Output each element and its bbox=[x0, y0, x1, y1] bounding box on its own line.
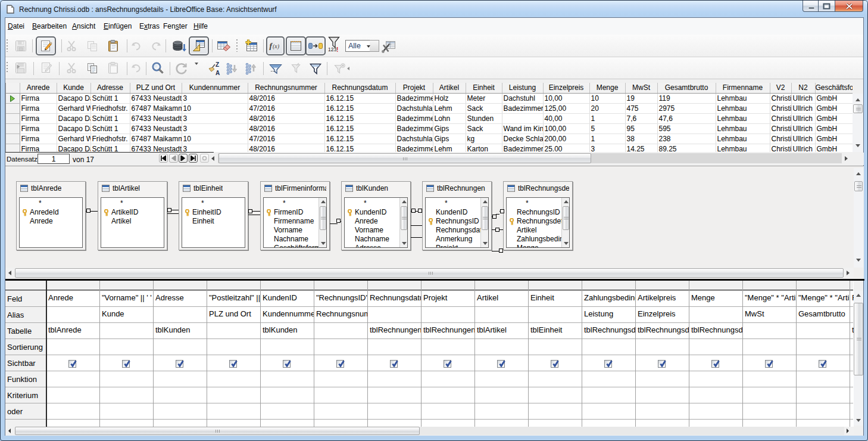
svg-text:!: ! bbox=[336, 46, 338, 53]
svg-text:A: A bbox=[216, 70, 220, 76]
svg-text:Z: Z bbox=[216, 61, 219, 68]
svg-text:(x): (x) bbox=[273, 44, 279, 51]
svg-text:123: 123 bbox=[328, 46, 336, 52]
